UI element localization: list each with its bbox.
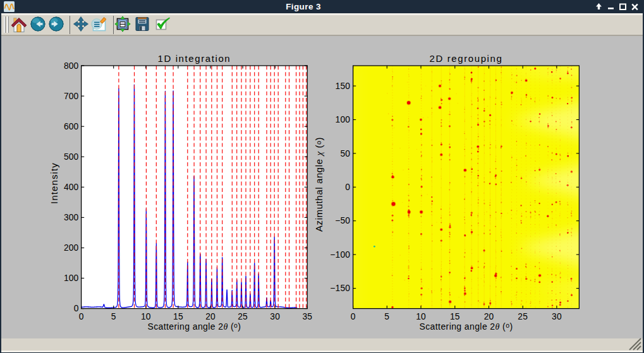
svg-text:15: 15: [173, 312, 183, 321]
svg-text:0: 0: [351, 312, 356, 321]
svg-text:1D integration: 1D integration: [158, 53, 231, 64]
svg-text:0: 0: [345, 182, 350, 192]
svg-text:35: 35: [302, 312, 312, 321]
svg-text:30: 30: [552, 312, 562, 321]
svg-text:25: 25: [518, 312, 528, 321]
svg-text:2D regrouping: 2D regrouping: [430, 53, 503, 64]
svg-text:100: 100: [64, 273, 79, 283]
svg-text:−100: −100: [330, 250, 350, 260]
svg-text:10: 10: [141, 312, 151, 321]
svg-text:Intensity: Intensity: [49, 162, 59, 204]
svg-text:300: 300: [64, 213, 79, 222]
svg-text:Scattering angle 2θ (o): Scattering angle 2θ (o): [419, 321, 513, 332]
svg-text:150: 150: [336, 81, 351, 91]
svg-text:20: 20: [205, 312, 216, 321]
svg-text:10: 10: [416, 312, 426, 321]
svg-text:600: 600: [64, 122, 79, 131]
svg-text:800: 800: [64, 61, 79, 71]
svg-text:25: 25: [238, 312, 248, 321]
svg-text:100: 100: [336, 115, 351, 124]
svg-text:500: 500: [64, 152, 79, 162]
svg-text:5: 5: [384, 312, 389, 321]
svg-text:400: 400: [64, 182, 79, 192]
svg-text:Scattering angle 2θ (o): Scattering angle 2θ (o): [147, 321, 241, 332]
svg-text:0: 0: [74, 304, 79, 313]
svg-text:50: 50: [340, 149, 350, 159]
svg-text:700: 700: [64, 92, 79, 101]
svg-text:Azimuthal angle χ (o): Azimuthal angle χ (o): [313, 137, 324, 232]
svg-text:20: 20: [484, 312, 494, 321]
svg-text:30: 30: [270, 312, 280, 321]
svg-text:0: 0: [79, 312, 84, 321]
svg-text:−150: −150: [330, 284, 350, 293]
svg-text:5: 5: [111, 312, 116, 321]
svg-text:15: 15: [450, 312, 460, 321]
svg-text:−50: −50: [335, 216, 350, 225]
svg-text:200: 200: [64, 243, 79, 253]
